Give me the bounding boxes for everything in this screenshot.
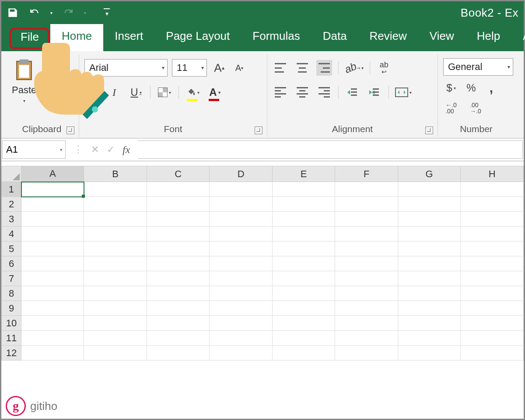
cell[interactable] bbox=[147, 242, 210, 256]
row-header[interactable]: 4 bbox=[2, 227, 21, 242]
cell[interactable] bbox=[210, 242, 273, 256]
underline-button[interactable]: U▾ bbox=[128, 84, 144, 100]
cell[interactable] bbox=[210, 301, 273, 316]
cell[interactable] bbox=[461, 331, 524, 346]
cell[interactable] bbox=[335, 271, 398, 286]
column-header[interactable]: H bbox=[461, 166, 524, 182]
cell[interactable] bbox=[84, 197, 147, 212]
decrease-indent-icon[interactable] bbox=[345, 84, 360, 100]
cell[interactable] bbox=[210, 346, 273, 360]
font-launcher-icon[interactable] bbox=[255, 126, 262, 134]
cell[interactable] bbox=[272, 227, 335, 242]
cell[interactable] bbox=[335, 227, 398, 242]
orientation-button[interactable]: ab↗▾ bbox=[345, 60, 364, 76]
align-top-icon[interactable] bbox=[273, 60, 288, 76]
wrap-text-button[interactable]: ab↩ bbox=[376, 60, 392, 76]
column-header[interactable]: A bbox=[21, 166, 84, 182]
cell[interactable] bbox=[147, 301, 210, 316]
cell[interactable] bbox=[147, 286, 210, 301]
cell[interactable] bbox=[461, 286, 524, 301]
cell[interactable] bbox=[84, 242, 147, 256]
insert-function-icon[interactable]: fx bbox=[122, 144, 130, 156]
cell[interactable] bbox=[461, 301, 524, 316]
cell[interactable] bbox=[210, 271, 273, 286]
cell[interactable] bbox=[84, 331, 147, 346]
cell[interactable] bbox=[272, 256, 335, 271]
cell[interactable] bbox=[398, 227, 461, 242]
cell[interactable] bbox=[461, 316, 524, 331]
cell[interactable] bbox=[84, 286, 147, 301]
format-painter-button[interactable] bbox=[47, 71, 66, 105]
clipboard-launcher-icon[interactable] bbox=[66, 126, 74, 134]
cell[interactable] bbox=[147, 256, 210, 271]
row-header[interactable]: 2 bbox=[2, 197, 21, 212]
font-size-combo[interactable]: 11▾ bbox=[172, 59, 207, 77]
align-left-icon[interactable] bbox=[273, 84, 288, 100]
cell[interactable] bbox=[210, 212, 273, 227]
cell[interactable] bbox=[147, 331, 210, 346]
cell[interactable] bbox=[272, 182, 335, 197]
cell[interactable] bbox=[210, 197, 273, 212]
italic-button[interactable]: I bbox=[106, 84, 122, 100]
cell[interactable] bbox=[21, 197, 84, 212]
cell[interactable] bbox=[335, 197, 398, 212]
cell[interactable] bbox=[21, 301, 84, 316]
cell[interactable] bbox=[272, 286, 335, 301]
save-icon[interactable] bbox=[7, 7, 19, 19]
decrease-decimal-button[interactable]: .00 →.0 bbox=[468, 100, 483, 116]
increase-font-icon[interactable]: A▴ bbox=[211, 60, 227, 76]
cell[interactable] bbox=[21, 242, 84, 256]
tab-page-layout[interactable]: Page Layout bbox=[154, 24, 241, 51]
font-color-button[interactable]: A ▾ bbox=[207, 84, 223, 100]
cell[interactable] bbox=[272, 331, 335, 346]
cell[interactable] bbox=[21, 182, 84, 197]
cell[interactable] bbox=[398, 301, 461, 316]
cell[interactable] bbox=[461, 227, 524, 242]
row-header[interactable]: 8 bbox=[2, 286, 21, 301]
cell[interactable] bbox=[147, 227, 210, 242]
cell[interactable] bbox=[272, 346, 335, 360]
cell[interactable] bbox=[272, 271, 335, 286]
tab-file[interactable]: File bbox=[9, 24, 50, 51]
cell[interactable] bbox=[398, 346, 461, 360]
tab-insert[interactable]: Insert bbox=[103, 24, 154, 51]
increase-decimal-button[interactable]: ←.0 .00 bbox=[443, 100, 459, 116]
cell[interactable] bbox=[147, 316, 210, 331]
tab-acrobat[interactable]: Acrob bbox=[511, 24, 525, 51]
percent-button[interactable]: % bbox=[463, 80, 479, 96]
cell[interactable] bbox=[210, 331, 273, 346]
decrease-font-icon[interactable]: A▾ bbox=[231, 60, 247, 76]
name-box[interactable]: A1▾ bbox=[2, 140, 66, 159]
cell[interactable] bbox=[335, 182, 398, 197]
tab-help[interactable]: Help bbox=[466, 24, 511, 51]
tab-home[interactable]: Home bbox=[50, 24, 103, 51]
cell[interactable] bbox=[398, 256, 461, 271]
cell[interactable] bbox=[84, 256, 147, 271]
row-header[interactable]: 10 bbox=[2, 316, 21, 331]
cell[interactable] bbox=[398, 212, 461, 227]
cell[interactable] bbox=[21, 346, 84, 360]
cell[interactable] bbox=[21, 316, 84, 331]
cell[interactable] bbox=[147, 182, 210, 197]
cell[interactable] bbox=[210, 256, 273, 271]
bold-button[interactable]: B bbox=[84, 84, 100, 100]
column-header[interactable]: G bbox=[398, 166, 461, 182]
cell[interactable] bbox=[335, 256, 398, 271]
column-header[interactable]: D bbox=[210, 166, 273, 182]
cell[interactable] bbox=[21, 227, 84, 242]
cell[interactable] bbox=[84, 271, 147, 286]
cell[interactable] bbox=[84, 316, 147, 331]
cell[interactable] bbox=[210, 227, 273, 242]
cell[interactable] bbox=[335, 316, 398, 331]
cell[interactable] bbox=[21, 286, 84, 301]
row-header[interactable]: 3 bbox=[2, 212, 21, 227]
alignment-launcher-icon[interactable] bbox=[425, 126, 433, 134]
row-header[interactable]: 1 bbox=[2, 182, 21, 197]
cell[interactable] bbox=[21, 331, 84, 346]
increase-indent-icon[interactable] bbox=[367, 84, 382, 100]
undo-dropdown-icon[interactable]: ▾ bbox=[50, 10, 52, 15]
number-format-combo[interactable]: General▾ bbox=[443, 58, 513, 76]
cell[interactable] bbox=[210, 182, 273, 197]
row-header[interactable]: 11 bbox=[2, 331, 21, 346]
align-bottom-icon[interactable] bbox=[316, 60, 332, 76]
